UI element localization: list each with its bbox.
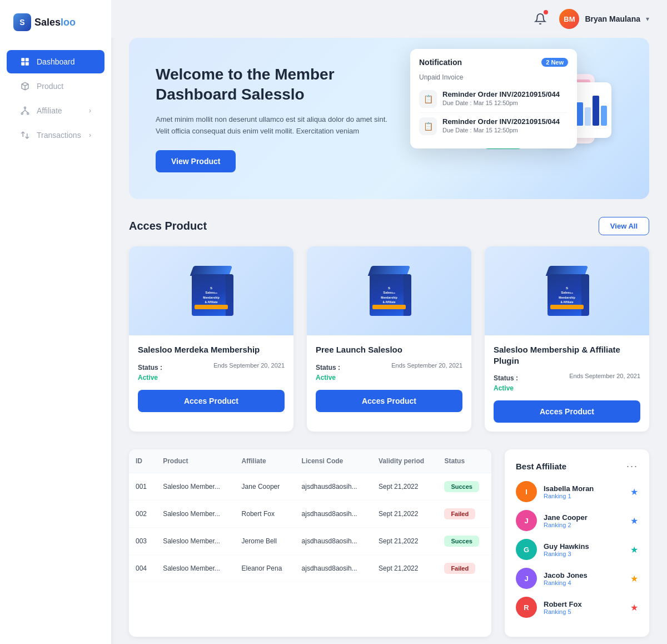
product-icon bbox=[20, 81, 30, 91]
view-all-button[interactable]: View All bbox=[599, 217, 649, 235]
col-id: ID bbox=[129, 449, 156, 473]
status-label: Status : bbox=[494, 374, 518, 382]
affiliate-name: Robert Fox bbox=[544, 600, 582, 608]
svg-point-6 bbox=[27, 113, 29, 115]
notif-item-sub: Due Date : Mar 15 12:50pm bbox=[442, 127, 560, 133]
product-card-image-2: SSaleslooMembership& Affiliate bbox=[307, 246, 471, 335]
view-product-button[interactable]: View Product bbox=[156, 150, 236, 172]
svg-rect-0 bbox=[21, 58, 24, 61]
cell-status: Succes bbox=[437, 473, 491, 501]
product-card-2: SSaleslooMembership& Affiliate Pree Laun… bbox=[307, 246, 471, 432]
cell-id: 004 bbox=[129, 555, 156, 582]
affiliate-ranking: Ranking 5 bbox=[544, 608, 582, 615]
affiliate-star-icon: ★ bbox=[630, 516, 638, 526]
box-stripe bbox=[372, 305, 406, 309]
product-name-1: Salesloo Merdeka Membership bbox=[138, 344, 285, 355]
cell-license: ajsdhausd8aosih... bbox=[295, 501, 372, 528]
affiliate-avatar: G bbox=[516, 539, 537, 560]
notification-section-label: Unpaid Invoice bbox=[419, 73, 568, 81]
affiliate-ranking: Ranking 2 bbox=[544, 522, 588, 528]
chevron-right-icon: › bbox=[89, 107, 91, 115]
cell-product: Salesloo Member... bbox=[156, 501, 235, 528]
affiliate-item: R Robert Fox Ranking 5 ★ bbox=[516, 597, 638, 618]
affiliate-avatar: J bbox=[516, 510, 537, 531]
svg-point-4 bbox=[24, 107, 26, 108]
cell-status: Failed bbox=[437, 501, 491, 528]
sidebar: S Salesloo Dashboard Product Affiliate ›… bbox=[0, 0, 111, 644]
access-products-header: Acces Product View All bbox=[129, 217, 649, 235]
box-side bbox=[581, 274, 589, 316]
notification-item: 📋 Reminder Order INV/20210915/044 Due Da… bbox=[419, 113, 568, 140]
chevron-down-icon: ▾ bbox=[646, 15, 649, 23]
access-product-button-2[interactable]: Acces Product bbox=[316, 390, 462, 412]
cell-id: 002 bbox=[129, 501, 156, 528]
user-menu[interactable]: BM Bryan Maulana ▾ bbox=[559, 9, 649, 29]
affiliate-avatar: J bbox=[516, 568, 537, 589]
dashboard-icon bbox=[20, 57, 30, 67]
notification-bell-button[interactable] bbox=[530, 9, 550, 29]
notification-dot bbox=[544, 10, 548, 14]
sidebar-item-label: Product bbox=[37, 82, 63, 91]
box-front: SSaleslooMembership& Affiliate bbox=[547, 274, 586, 316]
affiliate-more-button[interactable]: ··· bbox=[626, 460, 638, 472]
notif-item-title: Reminder Order INV/20210915/044 bbox=[442, 117, 560, 126]
invoice-icon: 📋 bbox=[419, 117, 437, 135]
product-card-image-1: SSaleslooMembership& Affiliate bbox=[129, 246, 293, 335]
sidebar-item-label: Transactions bbox=[37, 131, 81, 140]
affiliate-icon bbox=[20, 106, 30, 116]
box-stripe bbox=[195, 305, 228, 309]
table-row: 001 Salesloo Member... Jane Cooper ajsdh… bbox=[129, 473, 491, 501]
product-name-3: Salesloo Membership & Affiliate Plugin bbox=[494, 344, 640, 366]
col-status: Status bbox=[437, 449, 491, 473]
sidebar-item-affiliate[interactable]: Affiliate › bbox=[7, 99, 104, 122]
cell-product: Salesloo Member... bbox=[156, 528, 235, 555]
hero-text-area: Welcome to the Member Dashboard Salesslo… bbox=[156, 65, 389, 172]
affiliate-star-icon: ★ bbox=[630, 487, 638, 497]
notification-badge: 2 New bbox=[541, 58, 568, 67]
cell-status: Failed bbox=[437, 555, 491, 582]
cell-validity: Sept 21,2022 bbox=[372, 555, 437, 582]
cell-validity: Sept 21,2022 bbox=[372, 528, 437, 555]
col-validity: Validity period bbox=[372, 449, 437, 473]
table-body: 001 Salesloo Member... Jane Cooper ajsdh… bbox=[129, 473, 491, 582]
affiliate-item: I Isabella Moran Ranking 1 ★ bbox=[516, 481, 638, 502]
chevron-right-icon: › bbox=[89, 131, 91, 139]
status-value: Active bbox=[494, 384, 514, 392]
status-badge: Succes bbox=[444, 536, 479, 547]
sidebar-item-label: Affiliate bbox=[37, 106, 62, 115]
sidebar-item-dashboard[interactable]: Dashboard bbox=[7, 50, 104, 73]
best-affiliate-section: Best Affiliate ··· I Isabella Moran Rank… bbox=[505, 449, 649, 637]
status-badge: Succes bbox=[444, 481, 479, 492]
sidebar-item-transactions[interactable]: Transactions › bbox=[7, 123, 104, 147]
affiliate-name: Jacob Jones bbox=[544, 571, 588, 579]
affiliate-title: Best Affiliate bbox=[516, 462, 566, 471]
product-card-1: SSaleslooMembership& Affiliate Salesloo … bbox=[129, 246, 293, 432]
bottom-row: ID Product Affiliate Licensi Code Validi… bbox=[129, 449, 649, 637]
transactions-icon bbox=[20, 130, 30, 140]
affiliate-item: J Jane Cooper Ranking 2 ★ bbox=[516, 510, 638, 531]
affiliate-header: Best Affiliate ··· bbox=[516, 460, 638, 472]
col-affiliate: Affiliate bbox=[235, 449, 295, 473]
notification-header: Notification 2 New bbox=[419, 58, 568, 67]
affiliate-star-icon: ★ bbox=[630, 544, 638, 555]
cell-license: ajsdhausd8aosih... bbox=[295, 555, 372, 582]
affiliate-ranking: Ranking 4 bbox=[544, 579, 588, 586]
access-products-title: Acces Product bbox=[129, 220, 207, 232]
logo-text: Salesloo bbox=[34, 17, 76, 28]
sidebar-item-product[interactable]: Product bbox=[7, 75, 104, 98]
cell-validity: Sept 21,2022 bbox=[372, 473, 437, 501]
notif-item-title: Reminder Order INV/20210915/044 bbox=[442, 90, 560, 98]
sidebar-item-label: Dashboard bbox=[37, 57, 75, 66]
page-content: Welcome to the Member Dashboard Salesslo… bbox=[111, 38, 667, 644]
svg-point-5 bbox=[21, 113, 23, 115]
affiliate-name: Isabella Moran bbox=[544, 484, 594, 493]
affiliate-avatar: R bbox=[516, 597, 537, 618]
access-product-button-1[interactable]: Acces Product bbox=[138, 390, 285, 412]
box-front: SSaleslooMembership& Affiliate bbox=[192, 274, 231, 316]
cell-product: Salesloo Member... bbox=[156, 555, 235, 582]
affiliate-name: Jane Cooper bbox=[544, 513, 588, 522]
product-grid: SSaleslooMembership& Affiliate Salesloo … bbox=[129, 246, 649, 432]
transactions-table: ID Product Affiliate Licensi Code Validi… bbox=[129, 449, 491, 637]
access-product-button-3[interactable]: Acces Product bbox=[494, 400, 640, 423]
box-stripe bbox=[550, 305, 584, 309]
